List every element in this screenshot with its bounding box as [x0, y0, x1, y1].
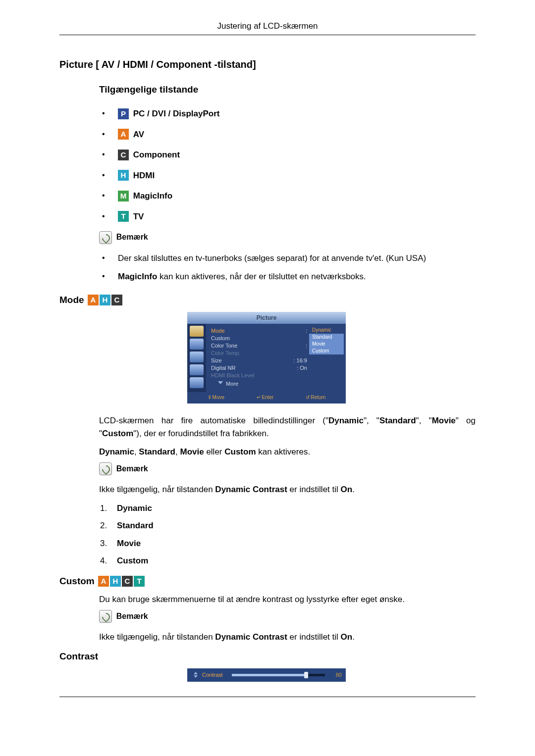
- osd-title: Picture: [187, 312, 346, 324]
- mode-heading: Mode AHC: [59, 293, 476, 307]
- mode-item-hdmi: H HDMI: [99, 169, 476, 182]
- slider-arrows[interactable]: [191, 672, 200, 678]
- mode-list-item: Dynamic: [99, 502, 476, 515]
- mode-label: AV: [133, 130, 144, 139]
- note-row: Bemærk: [99, 231, 476, 244]
- custom-description: Du kan bruge skærmmenuerne til at ændre …: [99, 593, 476, 606]
- chevron-down-icon: [218, 381, 223, 384]
- osd-item-mode[interactable]: Mode:: [209, 327, 309, 334]
- osd-tab-icon[interactable]: [190, 377, 204, 388]
- osd-options: Dynamic Standard Movie Custom: [309, 327, 344, 390]
- note-icon: [99, 231, 112, 244]
- mode-item-tv: T TV: [99, 210, 476, 223]
- mode-title: Mode: [59, 295, 84, 305]
- osd-option-custom[interactable]: Custom: [309, 348, 344, 354]
- mode-item-component: C Component: [99, 149, 476, 161]
- note-label: Bemærk: [116, 233, 148, 241]
- slider-label: Contrast: [202, 671, 223, 679]
- osd-item-color-tone[interactable]: Color Tone:: [209, 342, 309, 349]
- mode-list-item: Standard: [99, 519, 476, 532]
- slider-track[interactable]: [232, 674, 325, 676]
- mode-label: TV: [133, 212, 144, 221]
- note-icon: [99, 462, 112, 475]
- badge-a-icon: A: [88, 295, 99, 305]
- badge-c-icon: C: [118, 150, 129, 160]
- mode-item-av: A AV: [99, 128, 476, 141]
- badge-t-icon: T: [118, 211, 129, 222]
- contrast-heading: Contrast: [59, 650, 476, 664]
- mode-list-item: Movie: [99, 537, 476, 550]
- mode-item-magicinfo: M MagicInfo: [99, 190, 476, 202]
- osd-tab-icon[interactable]: [190, 326, 204, 337]
- osd-footer-return: ↺Return: [306, 394, 325, 401]
- badge-h-icon: H: [100, 295, 110, 305]
- note-row: Bemærk: [99, 610, 476, 623]
- badge-m-icon: M: [118, 191, 129, 202]
- osd-menu: Mode: Custom Color Tone: Color Temp. Siz…: [206, 324, 346, 392]
- mode-description-1: LCD-skærmen har fire automatiske billedi…: [99, 414, 476, 440]
- slider-thumb[interactable]: [304, 672, 308, 678]
- contrast-slider[interactable]: Contrast 80: [187, 668, 346, 682]
- custom-heading: Custom AHCT: [59, 574, 476, 589]
- osd-screenshot: Picture Mode: Custom Color Tone:: [187, 312, 476, 403]
- notes-list: Der skal tilsluttes en tv-tunerboks (sæl…: [99, 252, 476, 283]
- note-rest: kan kun aktiveres, når der er tilsluttet…: [157, 272, 366, 281]
- page-header: Justering af LCD-skærmen: [59, 20, 476, 35]
- custom-title: Custom: [59, 576, 95, 586]
- mode-label: HDMI: [133, 171, 155, 180]
- note-label: Bemærk: [116, 612, 148, 620]
- note-icon: [99, 610, 112, 623]
- mode-note-text: Ikke tilgængelig, når tilstanden Dynamic…: [99, 483, 476, 496]
- modes-list: P PC / DVI / DisplayPort A AV C Componen…: [99, 107, 476, 223]
- osd-item-hdmi-black: HDMI Black Level: [209, 371, 309, 379]
- osd-option-movie[interactable]: Movie: [309, 341, 344, 348]
- osd-footer: ⇕Move ↵Enter ↺Return: [187, 392, 346, 403]
- available-modes-title: Tilgængelige tilstande: [99, 83, 476, 97]
- mode-description-2: Dynamic, Standard, Movie eller Custom ka…: [99, 446, 476, 458]
- badge-a-icon: A: [98, 576, 109, 587]
- osd-footer-move: ⇕Move: [208, 394, 224, 401]
- note-item: MagicInfo kan kun aktiveres, når der er …: [99, 270, 476, 283]
- mode-item-pc: P PC / DVI / DisplayPort: [99, 107, 476, 120]
- mode-list: Dynamic Standard Movie Custom: [99, 502, 476, 567]
- footer-divider: [59, 697, 476, 697]
- mode-label: Component: [133, 150, 180, 159]
- custom-note-text: Ikke tilgængelig, når tilstanden Dynamic…: [99, 631, 476, 644]
- osd-item-size[interactable]: Size: 16:9: [209, 356, 309, 364]
- osd-tabs: [187, 324, 206, 392]
- note-row: Bemærk: [99, 462, 476, 476]
- badge-t-icon: T: [134, 576, 145, 587]
- slider-value: 80: [329, 671, 342, 679]
- osd-item-digital-nr[interactable]: Digital NR: On: [209, 364, 309, 371]
- mode-label: PC / DVI / DisplayPort: [133, 109, 220, 118]
- picture-title: Picture [ AV / HDMI / Component -tilstan…: [59, 57, 476, 72]
- osd-footer-enter: ↵Enter: [257, 394, 273, 401]
- arrow-down-icon: [194, 675, 198, 678]
- badge-p-icon: P: [118, 108, 129, 119]
- arrow-up-icon: [194, 672, 198, 674]
- note-item: Der skal tilsluttes en tv-tunerboks (sæl…: [99, 252, 476, 265]
- osd-tab-icon[interactable]: [190, 339, 204, 350]
- mode-list-item: Custom: [99, 554, 476, 567]
- badge-h-icon: H: [118, 170, 129, 181]
- osd-option-standard[interactable]: Standard: [309, 334, 344, 341]
- badge-c-icon: C: [111, 295, 122, 305]
- badge-c-icon: C: [122, 576, 133, 587]
- note-bold: MagicInfo: [118, 272, 157, 281]
- osd-panel: Picture Mode: Custom Color Tone:: [187, 312, 346, 403]
- contrast-title: Contrast: [59, 651, 98, 661]
- contrast-osd: Contrast 80: [187, 668, 476, 682]
- page: Justering af LCD-skærmen Picture [ AV / …: [0, 0, 535, 717]
- osd-tab-icon[interactable]: [190, 364, 204, 375]
- osd-item-color-temp: Color Temp.: [209, 349, 309, 356]
- badge-a-icon: A: [118, 129, 129, 140]
- note-label: Bemærk: [116, 464, 148, 473]
- badge-h-icon: H: [110, 576, 121, 587]
- slider-fill: [232, 674, 307, 676]
- osd-item-custom[interactable]: Custom: [209, 334, 309, 342]
- osd-option-dynamic[interactable]: Dynamic: [309, 327, 344, 334]
- mode-label: MagicInfo: [133, 191, 172, 201]
- osd-body: Mode: Custom Color Tone: Color Temp. Siz…: [187, 324, 346, 392]
- osd-tab-icon[interactable]: [190, 352, 204, 362]
- osd-item-more[interactable]: More: [209, 379, 309, 390]
